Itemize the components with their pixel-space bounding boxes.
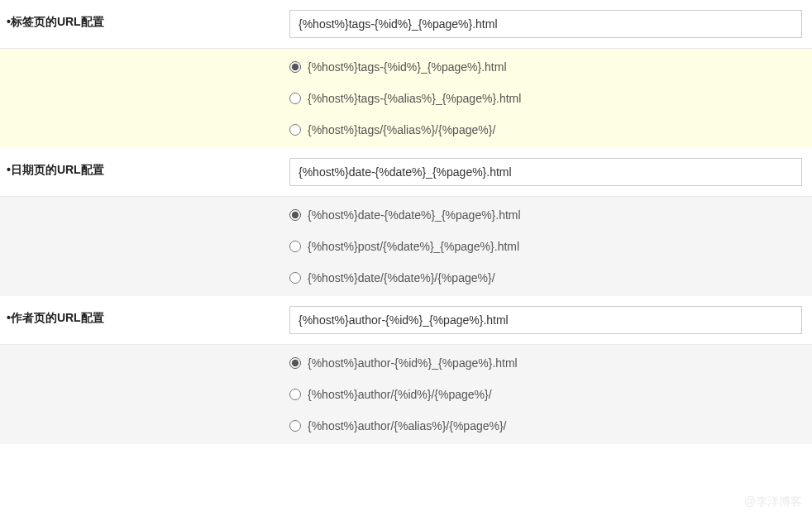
author-url-input[interactable] xyxy=(289,306,802,334)
author-radio-1[interactable] xyxy=(289,389,301,400)
date-options-row: {%host%}date-{%date%}_{%page%}.html {%ho… xyxy=(0,197,812,296)
date-radio-1[interactable] xyxy=(289,241,301,252)
author-option-1-label: {%host%}author/{%id%}/{%page%}/ xyxy=(308,388,492,401)
author-option-2[interactable]: {%host%}author/{%alias%}/{%page%}/ xyxy=(289,419,804,432)
spacer xyxy=(0,197,278,296)
tags-radio-1[interactable] xyxy=(289,93,301,104)
tags-url-label: •标签页的URL配置 xyxy=(0,0,278,48)
date-option-1-label: {%host%}post/{%date%}_{%page%}.html xyxy=(308,240,519,253)
author-option-2-label: {%host%}author/{%alias%}/{%page%}/ xyxy=(308,419,507,432)
date-url-input[interactable] xyxy=(289,158,802,186)
author-radio-0[interactable] xyxy=(289,357,301,369)
date-radio-0[interactable] xyxy=(289,209,301,221)
date-url-label: •日期页的URL配置 xyxy=(0,148,278,196)
spacer xyxy=(0,49,278,148)
config-row-tags: •标签页的URL配置 xyxy=(0,0,812,49)
author-input-cell xyxy=(278,296,812,344)
config-row-author: •作者页的URL配置 xyxy=(0,296,812,345)
author-url-label: •作者页的URL配置 xyxy=(0,296,278,344)
tags-option-2-label: {%host%}tags/{%alias%}/{%page%}/ xyxy=(308,123,495,136)
tags-radio-2[interactable] xyxy=(289,124,301,136)
author-radio-group: {%host%}author-{%id%}_{%page%}.html {%ho… xyxy=(278,345,812,444)
date-option-2[interactable]: {%host%}date/{%date%}/{%page%}/ xyxy=(289,271,804,284)
spacer xyxy=(0,345,278,444)
date-radio-2[interactable] xyxy=(289,272,301,284)
date-radio-group: {%host%}date-{%date%}_{%page%}.html {%ho… xyxy=(278,197,812,296)
date-option-0[interactable]: {%host%}date-{%date%}_{%page%}.html xyxy=(289,208,804,222)
url-config-form: •标签页的URL配置 {%host%}tags-{%id%}_{%page%}.… xyxy=(0,0,812,444)
tags-option-2[interactable]: {%host%}tags/{%alias%}/{%page%}/ xyxy=(289,123,804,136)
tags-option-0[interactable]: {%host%}tags-{%id%}_{%page%}.html xyxy=(289,60,804,74)
date-option-1[interactable]: {%host%}post/{%date%}_{%page%}.html xyxy=(289,240,804,253)
author-options-row: {%host%}author-{%id%}_{%page%}.html {%ho… xyxy=(0,345,812,444)
tags-option-1-label: {%host%}tags-{%alias%}_{%page%}.html xyxy=(308,92,521,105)
tags-option-0-label: {%host%}tags-{%id%}_{%page%}.html xyxy=(308,60,507,74)
date-option-2-label: {%host%}date/{%date%}/{%page%}/ xyxy=(308,271,495,284)
tags-option-1[interactable]: {%host%}tags-{%alias%}_{%page%}.html xyxy=(289,92,804,105)
tags-radio-group: {%host%}tags-{%id%}_{%page%}.html {%host… xyxy=(278,49,812,148)
tags-url-input[interactable] xyxy=(289,10,802,38)
author-option-0[interactable]: {%host%}author-{%id%}_{%page%}.html xyxy=(289,356,804,370)
author-option-0-label: {%host%}author-{%id%}_{%page%}.html xyxy=(308,356,518,370)
tags-input-cell xyxy=(278,0,812,48)
config-row-date: •日期页的URL配置 xyxy=(0,148,812,197)
tags-options-row: {%host%}tags-{%id%}_{%page%}.html {%host… xyxy=(0,49,812,148)
date-option-0-label: {%host%}date-{%date%}_{%page%}.html xyxy=(308,208,521,222)
author-option-1[interactable]: {%host%}author/{%id%}/{%page%}/ xyxy=(289,388,804,401)
tags-radio-0[interactable] xyxy=(289,61,301,73)
date-input-cell xyxy=(278,148,812,196)
author-radio-2[interactable] xyxy=(289,420,301,432)
